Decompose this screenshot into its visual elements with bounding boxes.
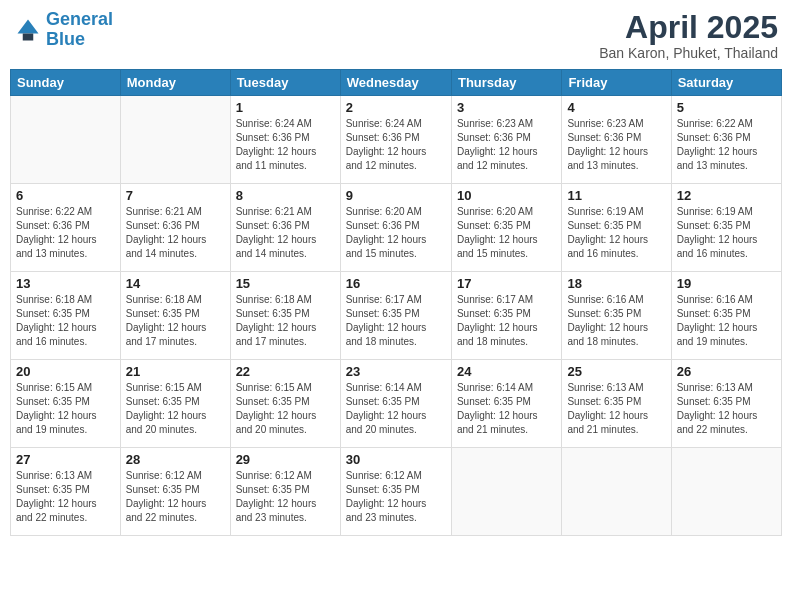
svg-marker-0 bbox=[18, 19, 39, 33]
calendar-cell: 15Sunrise: 6:18 AM Sunset: 6:35 PM Dayli… bbox=[230, 272, 340, 360]
day-number: 2 bbox=[346, 100, 446, 115]
month-title: April 2025 bbox=[599, 10, 778, 45]
day-number: 15 bbox=[236, 276, 335, 291]
day-info: Sunrise: 6:17 AM Sunset: 6:35 PM Dayligh… bbox=[346, 293, 446, 349]
day-number: 9 bbox=[346, 188, 446, 203]
logo-text: General Blue bbox=[46, 10, 113, 50]
day-number: 22 bbox=[236, 364, 335, 379]
day-number: 24 bbox=[457, 364, 556, 379]
day-number: 4 bbox=[567, 100, 665, 115]
weekday-header-tuesday: Tuesday bbox=[230, 70, 340, 96]
week-row-4: 20Sunrise: 6:15 AM Sunset: 6:35 PM Dayli… bbox=[11, 360, 782, 448]
weekday-header-thursday: Thursday bbox=[451, 70, 561, 96]
calendar-cell: 4Sunrise: 6:23 AM Sunset: 6:36 PM Daylig… bbox=[562, 96, 671, 184]
day-info: Sunrise: 6:14 AM Sunset: 6:35 PM Dayligh… bbox=[457, 381, 556, 437]
calendar-cell: 8Sunrise: 6:21 AM Sunset: 6:36 PM Daylig… bbox=[230, 184, 340, 272]
day-number: 11 bbox=[567, 188, 665, 203]
calendar-cell bbox=[451, 448, 561, 536]
calendar-cell: 30Sunrise: 6:12 AM Sunset: 6:35 PM Dayli… bbox=[340, 448, 451, 536]
calendar-cell: 1Sunrise: 6:24 AM Sunset: 6:36 PM Daylig… bbox=[230, 96, 340, 184]
day-number: 26 bbox=[677, 364, 776, 379]
day-number: 19 bbox=[677, 276, 776, 291]
day-number: 29 bbox=[236, 452, 335, 467]
day-info: Sunrise: 6:23 AM Sunset: 6:36 PM Dayligh… bbox=[457, 117, 556, 173]
day-number: 1 bbox=[236, 100, 335, 115]
day-info: Sunrise: 6:19 AM Sunset: 6:35 PM Dayligh… bbox=[567, 205, 665, 261]
day-info: Sunrise: 6:15 AM Sunset: 6:35 PM Dayligh… bbox=[16, 381, 115, 437]
day-number: 20 bbox=[16, 364, 115, 379]
calendar-cell: 16Sunrise: 6:17 AM Sunset: 6:35 PM Dayli… bbox=[340, 272, 451, 360]
day-info: Sunrise: 6:13 AM Sunset: 6:35 PM Dayligh… bbox=[16, 469, 115, 525]
calendar-cell: 18Sunrise: 6:16 AM Sunset: 6:35 PM Dayli… bbox=[562, 272, 671, 360]
weekday-header-row: SundayMondayTuesdayWednesdayThursdayFrid… bbox=[11, 70, 782, 96]
calendar-cell: 28Sunrise: 6:12 AM Sunset: 6:35 PM Dayli… bbox=[120, 448, 230, 536]
day-info: Sunrise: 6:13 AM Sunset: 6:35 PM Dayligh… bbox=[567, 381, 665, 437]
day-info: Sunrise: 6:21 AM Sunset: 6:36 PM Dayligh… bbox=[236, 205, 335, 261]
day-number: 27 bbox=[16, 452, 115, 467]
day-info: Sunrise: 6:16 AM Sunset: 6:35 PM Dayligh… bbox=[567, 293, 665, 349]
day-info: Sunrise: 6:17 AM Sunset: 6:35 PM Dayligh… bbox=[457, 293, 556, 349]
day-info: Sunrise: 6:24 AM Sunset: 6:36 PM Dayligh… bbox=[346, 117, 446, 173]
day-info: Sunrise: 6:24 AM Sunset: 6:36 PM Dayligh… bbox=[236, 117, 335, 173]
day-number: 5 bbox=[677, 100, 776, 115]
logo-line1: General bbox=[46, 9, 113, 29]
day-info: Sunrise: 6:12 AM Sunset: 6:35 PM Dayligh… bbox=[346, 469, 446, 525]
day-number: 21 bbox=[126, 364, 225, 379]
day-number: 25 bbox=[567, 364, 665, 379]
day-number: 14 bbox=[126, 276, 225, 291]
calendar-cell: 13Sunrise: 6:18 AM Sunset: 6:35 PM Dayli… bbox=[11, 272, 121, 360]
calendar-cell: 9Sunrise: 6:20 AM Sunset: 6:36 PM Daylig… bbox=[340, 184, 451, 272]
calendar-cell bbox=[11, 96, 121, 184]
day-number: 23 bbox=[346, 364, 446, 379]
calendar-cell: 26Sunrise: 6:13 AM Sunset: 6:35 PM Dayli… bbox=[671, 360, 781, 448]
day-number: 28 bbox=[126, 452, 225, 467]
day-info: Sunrise: 6:12 AM Sunset: 6:35 PM Dayligh… bbox=[236, 469, 335, 525]
calendar-cell: 19Sunrise: 6:16 AM Sunset: 6:35 PM Dayli… bbox=[671, 272, 781, 360]
calendar-cell: 29Sunrise: 6:12 AM Sunset: 6:35 PM Dayli… bbox=[230, 448, 340, 536]
calendar-cell: 7Sunrise: 6:21 AM Sunset: 6:36 PM Daylig… bbox=[120, 184, 230, 272]
day-number: 30 bbox=[346, 452, 446, 467]
day-info: Sunrise: 6:15 AM Sunset: 6:35 PM Dayligh… bbox=[236, 381, 335, 437]
calendar-cell: 21Sunrise: 6:15 AM Sunset: 6:35 PM Dayli… bbox=[120, 360, 230, 448]
weekday-header-monday: Monday bbox=[120, 70, 230, 96]
week-row-5: 27Sunrise: 6:13 AM Sunset: 6:35 PM Dayli… bbox=[11, 448, 782, 536]
day-info: Sunrise: 6:22 AM Sunset: 6:36 PM Dayligh… bbox=[16, 205, 115, 261]
calendar-cell: 17Sunrise: 6:17 AM Sunset: 6:35 PM Dayli… bbox=[451, 272, 561, 360]
day-number: 13 bbox=[16, 276, 115, 291]
day-number: 16 bbox=[346, 276, 446, 291]
weekday-header-wednesday: Wednesday bbox=[340, 70, 451, 96]
day-info: Sunrise: 6:16 AM Sunset: 6:35 PM Dayligh… bbox=[677, 293, 776, 349]
calendar-cell: 2Sunrise: 6:24 AM Sunset: 6:36 PM Daylig… bbox=[340, 96, 451, 184]
calendar-cell bbox=[671, 448, 781, 536]
day-info: Sunrise: 6:18 AM Sunset: 6:35 PM Dayligh… bbox=[16, 293, 115, 349]
weekday-header-sunday: Sunday bbox=[11, 70, 121, 96]
day-number: 6 bbox=[16, 188, 115, 203]
day-number: 18 bbox=[567, 276, 665, 291]
calendar-cell: 27Sunrise: 6:13 AM Sunset: 6:35 PM Dayli… bbox=[11, 448, 121, 536]
day-info: Sunrise: 6:22 AM Sunset: 6:36 PM Dayligh… bbox=[677, 117, 776, 173]
day-info: Sunrise: 6:20 AM Sunset: 6:35 PM Dayligh… bbox=[457, 205, 556, 261]
day-info: Sunrise: 6:18 AM Sunset: 6:35 PM Dayligh… bbox=[126, 293, 225, 349]
logo-icon bbox=[14, 16, 42, 44]
weekday-header-saturday: Saturday bbox=[671, 70, 781, 96]
weekday-header-friday: Friday bbox=[562, 70, 671, 96]
day-info: Sunrise: 6:20 AM Sunset: 6:36 PM Dayligh… bbox=[346, 205, 446, 261]
logo-line2: Blue bbox=[46, 29, 85, 49]
day-number: 3 bbox=[457, 100, 556, 115]
page-header: General Blue April 2025 Ban Karon, Phuke… bbox=[10, 10, 782, 61]
svg-rect-1 bbox=[23, 33, 34, 40]
calendar-cell: 14Sunrise: 6:18 AM Sunset: 6:35 PM Dayli… bbox=[120, 272, 230, 360]
day-info: Sunrise: 6:18 AM Sunset: 6:35 PM Dayligh… bbox=[236, 293, 335, 349]
day-info: Sunrise: 6:21 AM Sunset: 6:36 PM Dayligh… bbox=[126, 205, 225, 261]
calendar-cell: 20Sunrise: 6:15 AM Sunset: 6:35 PM Dayli… bbox=[11, 360, 121, 448]
day-number: 17 bbox=[457, 276, 556, 291]
calendar-cell: 10Sunrise: 6:20 AM Sunset: 6:35 PM Dayli… bbox=[451, 184, 561, 272]
calendar-cell: 3Sunrise: 6:23 AM Sunset: 6:36 PM Daylig… bbox=[451, 96, 561, 184]
calendar-cell: 11Sunrise: 6:19 AM Sunset: 6:35 PM Dayli… bbox=[562, 184, 671, 272]
day-number: 10 bbox=[457, 188, 556, 203]
calendar-table: SundayMondayTuesdayWednesdayThursdayFrid… bbox=[10, 69, 782, 536]
week-row-1: 1Sunrise: 6:24 AM Sunset: 6:36 PM Daylig… bbox=[11, 96, 782, 184]
calendar-cell: 22Sunrise: 6:15 AM Sunset: 6:35 PM Dayli… bbox=[230, 360, 340, 448]
calendar-cell bbox=[120, 96, 230, 184]
title-block: April 2025 Ban Karon, Phuket, Thailand bbox=[599, 10, 778, 61]
